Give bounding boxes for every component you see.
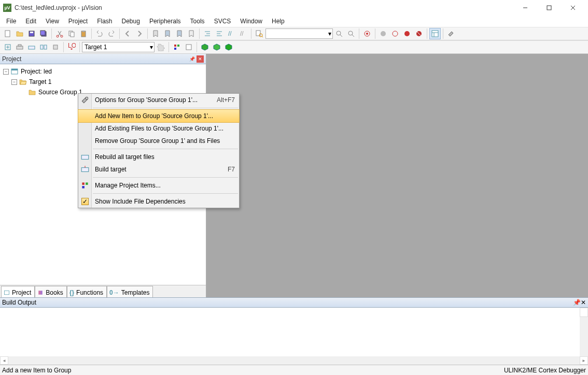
manage-rte-icon[interactable] — [183, 41, 194, 53]
breakpoint-enable-icon[interactable] — [389, 28, 401, 39]
find-combo[interactable]: ▾ — [265, 28, 333, 39]
maximize-button[interactable] — [537, 0, 561, 16]
pin-icon[interactable]: 📌 — [188, 55, 195, 63]
svg-point-30 — [348, 31, 353, 35]
cut-icon[interactable] — [54, 28, 65, 39]
svg-line-31 — [352, 35, 354, 37]
svg-rect-50 — [174, 45, 176, 47]
breakpoint-disable-icon[interactable] — [401, 28, 413, 39]
tab-project[interactable]: Project — [1, 286, 35, 297]
tree-project-root[interactable]: − Project: led — [0, 66, 206, 77]
pack-select-icon[interactable] — [211, 41, 222, 53]
indent-out-icon[interactable] — [202, 28, 213, 39]
paste-icon[interactable] — [78, 28, 89, 39]
indent-in-icon[interactable] — [214, 28, 225, 39]
ctx-build-target[interactable]: Build target F7 — [78, 163, 239, 176]
debug-session-icon[interactable] — [361, 28, 373, 39]
menu-edit[interactable]: Edit — [21, 17, 40, 26]
tab-templates[interactable]: 0→Templates — [107, 286, 153, 297]
menu-window[interactable]: Window — [236, 17, 267, 26]
svg-point-33 — [366, 33, 368, 35]
target-options-icon[interactable] — [155, 41, 166, 53]
nav-back-icon[interactable] — [122, 28, 133, 39]
expander-icon[interactable]: − — [3, 69, 9, 75]
menu-debug[interactable]: Debug — [118, 17, 144, 26]
svg-point-28 — [337, 31, 341, 35]
menu-flash[interactable]: Flash — [93, 17, 116, 26]
panel-close-icon[interactable]: ✕ — [581, 299, 586, 306]
manage-project-icon[interactable] — [171, 41, 183, 53]
svg-text://: // — [228, 30, 232, 37]
ctx-add-existing-files[interactable]: Add Existing Files to Group 'Source Grou… — [78, 122, 239, 135]
ctx-remove-group[interactable]: Remove Group 'Source Group 1' and its Fi… — [78, 135, 239, 147]
tab-books[interactable]: Books — [35, 286, 66, 297]
bookmark-clear-icon[interactable] — [186, 28, 197, 39]
undo-icon[interactable] — [94, 28, 105, 39]
target-combo[interactable]: Target 1 ▾ — [82, 42, 155, 52]
bookmark-prev-icon[interactable] — [162, 28, 173, 39]
translate-icon[interactable] — [2, 41, 13, 53]
bookmark-next-icon[interactable] — [174, 28, 185, 39]
ctx-item-label: Add Existing Files to Group 'Source Grou… — [95, 125, 223, 132]
ctx-item-label: Options for Group 'Source Group 1'... — [95, 96, 198, 104]
pack-installer-icon[interactable] — [199, 41, 211, 53]
tree-target-label: Target 1 — [29, 78, 51, 85]
uncomment-icon[interactable]: // — [237, 28, 249, 39]
status-bar: Add a new Item to Group ULINK2/ME Cortex… — [0, 365, 588, 375]
svg-point-36 — [404, 31, 410, 36]
svg-point-35 — [393, 31, 398, 36]
menu-view[interactable]: View — [41, 17, 63, 26]
pack-icon[interactable] — [223, 41, 234, 53]
configure-icon[interactable] — [445, 28, 457, 39]
incremental-find-icon[interactable] — [345, 28, 357, 39]
status-left: Add a new Item to Group — [2, 367, 504, 374]
menu-svcs[interactable]: SVCS — [210, 17, 235, 26]
ctx-manage-project-items[interactable]: Manage Project Items... — [78, 179, 239, 192]
bookmark-toggle-icon[interactable] — [150, 28, 161, 39]
breakpoint-insert-icon[interactable] — [377, 28, 389, 39]
menu-file[interactable]: File — [2, 17, 20, 26]
vertical-scrollbar[interactable] — [580, 308, 588, 356]
rebuild-icon[interactable] — [26, 41, 37, 53]
find-icon[interactable] — [333, 28, 345, 39]
build-output-body[interactable]: ◄ ► — [0, 308, 588, 365]
download-icon[interactable]: LOAD — [66, 41, 77, 53]
open-file-icon[interactable] — [14, 28, 25, 39]
expander-icon[interactable]: − — [11, 79, 17, 85]
find-in-files-icon[interactable] — [254, 28, 265, 39]
horizontal-scrollbar[interactable]: ◄ ► — [0, 356, 588, 365]
tree-target[interactable]: − Target 1 — [0, 77, 206, 87]
menu-peripherals[interactable]: Peripherals — [145, 17, 185, 26]
build-output-header: Build Output 📌 ✕ — [0, 297, 588, 308]
new-file-icon[interactable] — [2, 28, 13, 39]
ctx-show-include-deps[interactable]: ✓ Show Include File Dependencies — [78, 195, 239, 208]
nav-forward-icon[interactable] — [134, 28, 145, 39]
batch-build-icon[interactable] — [38, 41, 49, 53]
ctx-options-for-group[interactable]: Options for Group 'Source Group 1'... Al… — [78, 94, 239, 106]
svg-rect-46 — [40, 45, 43, 49]
comment-icon[interactable]: // — [226, 28, 237, 39]
folder-open-icon — [19, 78, 27, 86]
menu-help[interactable]: Help — [268, 17, 289, 26]
ctx-add-new-item[interactable]: Add New Item to Group 'Source Group 1'..… — [78, 109, 240, 123]
panel-close-icon[interactable]: ✕ — [197, 55, 204, 63]
svg-rect-43 — [17, 46, 23, 49]
stop-build-icon[interactable] — [50, 41, 61, 53]
save-icon[interactable] — [26, 28, 37, 39]
minimize-button[interactable] — [513, 0, 537, 16]
scroll-right-icon[interactable]: ► — [580, 356, 588, 365]
pin-icon[interactable]: 📌 — [573, 299, 581, 306]
ctx-rebuild-all[interactable]: Rebuild all target files — [78, 151, 239, 163]
close-button[interactable] — [561, 0, 585, 16]
build-icon[interactable] — [14, 41, 25, 53]
scroll-left-icon[interactable]: ◄ — [0, 356, 8, 365]
menu-tools[interactable]: Tools — [186, 17, 209, 26]
copy-icon[interactable] — [66, 28, 77, 39]
breakpoint-kill-icon[interactable] — [413, 28, 425, 39]
tab-functions[interactable]: {}Functions — [67, 286, 107, 297]
menu-project[interactable]: Project — [64, 17, 92, 26]
check-icon: ✓ — [80, 197, 90, 206]
window-layout-icon[interactable] — [429, 28, 441, 39]
redo-icon[interactable] — [106, 28, 117, 39]
save-all-icon[interactable] — [38, 28, 49, 39]
